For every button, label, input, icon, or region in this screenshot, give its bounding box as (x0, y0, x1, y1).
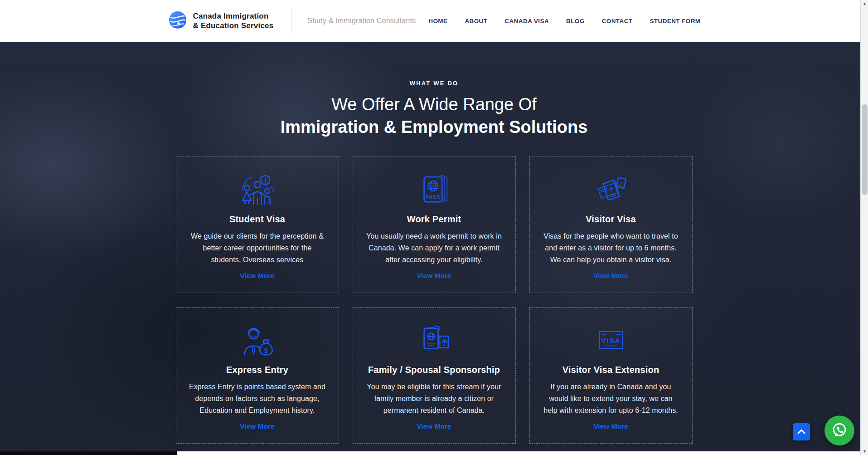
site-header: Canada Immigration & Education Services … (0, 0, 868, 42)
svg-text:PASS: PASS (425, 194, 440, 200)
section-title-line2: Immigration & Employment Solutions (0, 116, 868, 138)
scrollbar-thumb[interactable] (862, 104, 868, 195)
scroll-to-top-button[interactable] (793, 423, 810, 440)
card-description: If you are already in Canada and you wou… (543, 381, 679, 416)
card-description: You may be eligible for this stream if y… (366, 381, 503, 416)
nav-item-about[interactable]: ABOUT (465, 18, 487, 24)
passport-documents-icon (366, 322, 503, 358)
nav-item-home[interactable]: HOME (428, 18, 447, 24)
card-family-sponsorship: Family / Spousal Sponsorship You may be … (353, 307, 516, 444)
service-cards-grid: Student Visa We guide our clients for th… (0, 157, 868, 444)
flight-tickets-icon: ✈ ✈ (543, 171, 679, 208)
card-title: Visitor Visa Extension (543, 365, 679, 375)
svg-text:$: $ (264, 347, 268, 354)
nav-item-contact[interactable]: CONTACT (602, 18, 633, 24)
visa-stamp-icon: VISA (543, 322, 679, 358)
header-divider (291, 9, 292, 33)
view-more-link[interactable]: View More (593, 422, 628, 431)
businessman-money-icon: $ (189, 322, 326, 358)
card-description: We guide our clients for the perception … (189, 230, 326, 266)
passport-icon: PASS (366, 171, 503, 208)
card-title: Work Permit (366, 214, 503, 225)
svg-text:VISA: VISA (601, 337, 621, 344)
svg-text:✈: ✈ (619, 181, 623, 186)
view-more-link[interactable]: View More (240, 272, 274, 280)
section-title-line1: We Offer A Wide Range Of (0, 93, 868, 116)
nav-item-blog[interactable]: BLOG (566, 18, 585, 24)
scrollbar-up-arrow[interactable]: ▲ (861, 0, 868, 7)
logo-text: Canada Immigration & Education Services (193, 11, 274, 31)
family-shield-icon (189, 171, 326, 208)
view-more-link[interactable]: View More (417, 422, 451, 431)
chevron-up-icon (797, 429, 805, 435)
card-visitor-visa: ✈ ✈ Visitor Visa Visas for the people wh… (529, 157, 693, 293)
card-title: Visitor Visa (543, 214, 679, 225)
card-express-entry: $ Express Entry Express Entry is points … (176, 307, 339, 444)
card-student-visa: Student Visa We guide our clients for th… (176, 157, 339, 293)
services-section: WHAT WE DO We Offer A Wide Range Of Immi… (0, 42, 868, 455)
main-nav: HOME ABOUT CANADA VISA BLOG CONTACT STUD… (428, 18, 700, 24)
card-title: Express Entry (189, 365, 326, 375)
card-description: Express Entry is points based system and… (189, 381, 326, 416)
svg-text:✈: ✈ (607, 185, 615, 193)
scrollbar-down-arrow[interactable]: ▼ (861, 448, 868, 455)
vertical-scrollbar[interactable]: ▲ ▼ (860, 0, 868, 455)
card-title: Family / Spousal Sponsorship (366, 365, 503, 375)
card-title: Student Visa (189, 214, 326, 225)
view-more-link[interactable]: View More (240, 422, 274, 431)
card-visa-extension: VISA Visitor Visa Extension If you are a… (529, 307, 693, 444)
site-logo[interactable]: Canada Immigration & Education Services (168, 10, 274, 32)
header-tagline: Study & Immigration Consultants (307, 17, 416, 25)
globe-logo-icon (168, 10, 188, 32)
view-more-link[interactable]: View More (417, 272, 451, 280)
section-eyebrow: WHAT WE DO (0, 80, 868, 87)
card-work-permit: PASS Work Permit You usually need a work… (353, 157, 516, 293)
whatsapp-icon (831, 421, 848, 440)
next-section-dark-strip (0, 451, 177, 455)
view-more-link[interactable]: View More (593, 272, 628, 280)
card-description: You usually need a work permit to work i… (366, 230, 503, 266)
card-description: Visas for the people who want to travel … (543, 230, 679, 266)
whatsapp-button[interactable] (824, 416, 854, 445)
nav-item-canada-visa[interactable]: CANADA VISA (504, 18, 549, 24)
nav-item-student-form[interactable]: STUDENT FORM (650, 18, 700, 24)
